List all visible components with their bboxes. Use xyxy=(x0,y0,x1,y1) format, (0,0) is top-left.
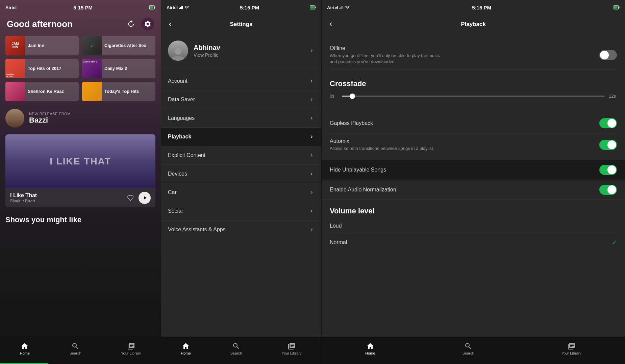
settings-item-data-saver[interactable]: Data Saver xyxy=(161,90,321,109)
profile-row[interactable]: Abhinav View Profile xyxy=(161,34,321,68)
song-album-art: I LIKE THAT xyxy=(5,134,155,188)
shehron-label: Shehron Ke Raaz xyxy=(25,89,67,95)
nav-library-p[interactable]: Your Library xyxy=(561,342,581,355)
status-bar-settings: Airtel 5:15 PM xyxy=(161,0,321,15)
daily-mix-thumb-text: Daily Mix 2 xyxy=(83,60,97,63)
nav-search-p[interactable]: Search xyxy=(462,342,474,355)
settings-item-social[interactable]: Social xyxy=(161,202,321,220)
settings-panel: Airtel 5:15 PM Settings Abhinav View P xyxy=(161,0,322,364)
social-label: Social xyxy=(168,208,183,214)
audio-norm-toggle[interactable] xyxy=(599,185,617,195)
battery-settings xyxy=(310,5,316,9)
slider-thumb[interactable] xyxy=(350,94,355,99)
gapless-label: Gapless Playback xyxy=(330,120,373,126)
crossfade-title: Crossfade xyxy=(330,79,617,88)
svg-rect-15 xyxy=(343,6,343,9)
crossfade-slider-row: 0s 12s xyxy=(330,91,617,104)
nav-home-s[interactable]: Home xyxy=(181,342,191,355)
profile-name: Abhinav xyxy=(194,44,303,52)
audio-norm-label: Enable Audio Normalization xyxy=(330,187,396,193)
grid-item-cigarettes[interactable]: ♪ Cigarettes After Sex xyxy=(82,36,155,55)
nav-search-s[interactable]: Search xyxy=(230,342,242,355)
nav-library-label-s: Your Library xyxy=(282,351,302,355)
carrier-playback: Airtel xyxy=(327,5,350,10)
playback-back-button[interactable] xyxy=(327,21,334,28)
nav-library-s[interactable]: Your Library xyxy=(282,342,302,355)
top-hits-thumb: Top Hitsof 2017 xyxy=(5,59,25,78)
settings-button[interactable] xyxy=(141,18,154,30)
grid-item-daily-mix[interactable]: Daily Mix 2 Daily Mix 2 xyxy=(82,59,155,78)
jam-inn-label: Jam Inn xyxy=(25,43,47,49)
play-button[interactable] xyxy=(139,192,151,204)
settings-header: Settings xyxy=(161,15,321,34)
voice-label: Voice Assistants & Apps xyxy=(168,227,226,233)
like-button[interactable] xyxy=(127,194,134,201)
hide-unplayable-toggle[interactable] xyxy=(599,165,617,175)
volume-normal-label: Normal xyxy=(330,239,347,245)
nav-home-label-p: Home xyxy=(365,351,375,355)
languages-label: Languages xyxy=(168,115,195,121)
settings-item-car[interactable]: Car xyxy=(161,183,321,202)
settings-item-explicit[interactable]: Explicit Content xyxy=(161,146,321,165)
carrier-settings: Airtel xyxy=(167,5,189,10)
crossfade-slider[interactable] xyxy=(342,96,605,97)
svg-rect-19 xyxy=(614,6,618,9)
volume-section: Volume level Loud Normal ✓ xyxy=(322,200,625,254)
grid-item-shehron[interactable]: Shehron Ke Raaz xyxy=(5,82,79,101)
volume-loud-row[interactable]: Loud xyxy=(330,218,617,234)
slider-min-label: 0s xyxy=(330,94,338,99)
automix-label: Automix xyxy=(330,138,434,144)
hide-section: Hide Unplayable Songs Enable Audio Norma… xyxy=(322,160,625,200)
time-playback: 5:15 PM xyxy=(472,5,491,10)
nav-library[interactable]: Your Library xyxy=(121,342,141,355)
offline-row: Offline When you go offline, you'll only… xyxy=(330,41,617,70)
nav-home-p[interactable]: Home xyxy=(365,342,375,355)
nav-search[interactable]: Search xyxy=(70,342,81,355)
slider-max-label: 12s xyxy=(609,94,617,99)
automix-toggle-knob xyxy=(607,140,616,149)
grid-row-2: Top Hitsof 2017 Top Hits of 2017 Daily M… xyxy=(5,59,155,78)
new-release-row[interactable]: NEW RELEASE FROM Bazzi xyxy=(0,105,161,132)
offline-toggle-knob xyxy=(600,51,609,59)
gapless-toggle-knob xyxy=(607,119,616,128)
grid-item-jam-inn[interactable]: JAMINN Jam Inn xyxy=(5,36,79,55)
cigarettes-thumb-text: ♪ xyxy=(91,44,93,47)
gapless-toggle[interactable] xyxy=(599,118,617,128)
svg-rect-1 xyxy=(155,7,155,8)
history-button[interactable] xyxy=(124,18,137,30)
new-release-text: NEW RELEASE FROM Bazzi xyxy=(29,112,71,125)
daily-mix-label: Daily Mix 2 xyxy=(102,66,130,72)
profile-chevron-icon xyxy=(308,48,315,54)
today-thumb: THH xyxy=(82,82,102,101)
volume-normal-row[interactable]: Normal ✓ xyxy=(330,234,617,251)
song-card[interactable]: I LIKE THAT I Like That Single • Bazzi xyxy=(5,134,155,207)
settings-item-devices[interactable]: Devices xyxy=(161,165,321,183)
settings-item-account[interactable]: Account xyxy=(161,72,321,90)
settings-item-languages[interactable]: Languages xyxy=(161,109,321,128)
grid-item-top-hits[interactable]: Top Hitsof 2017 Top Hits of 2017 xyxy=(5,59,79,78)
offline-text: Offline When you go offline, you'll only… xyxy=(330,45,445,65)
playback-title: Playback xyxy=(461,21,486,28)
top-hits-thumb-text: Top Hitsof 2017 xyxy=(6,73,14,78)
svg-rect-3 xyxy=(179,8,180,9)
jam-inn-thumb: JAMINN xyxy=(5,36,25,55)
automix-sublabel: Allows smooth transitions between songs … xyxy=(330,146,434,152)
song-title: I Like That xyxy=(10,192,37,199)
new-release-from-label: NEW RELEASE FROM xyxy=(29,112,71,116)
artist-avatar-inner xyxy=(5,109,24,128)
back-button[interactable] xyxy=(167,21,174,28)
nav-home-label-s: Home xyxy=(181,351,191,355)
settings-item-playback[interactable]: Playback xyxy=(161,128,321,146)
profile-avatar xyxy=(168,41,188,61)
grid-item-today[interactable]: THH Today's Top Hits xyxy=(82,82,155,101)
offline-toggle[interactable] xyxy=(599,50,617,60)
volume-loud-label: Loud xyxy=(330,223,342,229)
song-actions xyxy=(127,192,151,204)
svg-rect-13 xyxy=(341,7,341,9)
bottom-nav-playback: Home Search Your Library xyxy=(322,337,625,364)
automix-toggle[interactable] xyxy=(599,140,617,150)
volume-title: Volume level xyxy=(330,207,617,215)
settings-title: Settings xyxy=(230,21,252,28)
nav-home[interactable]: Home xyxy=(20,342,30,355)
settings-item-voice[interactable]: Voice Assistants & Apps xyxy=(161,220,321,239)
